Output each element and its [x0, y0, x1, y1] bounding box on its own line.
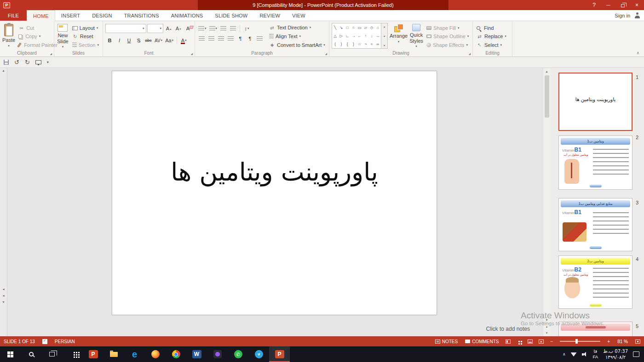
- new-slide-button[interactable]: New Slide ▾: [57, 23, 69, 49]
- copy-button[interactable]: Copy ▾: [17, 32, 59, 40]
- sign-in-link[interactable]: Sign in: [615, 13, 630, 18]
- quick-styles-button[interactable]: Quick Styles ▾: [409, 23, 423, 49]
- start-button[interactable]: [0, 346, 21, 362]
- clock[interactable]: 07:37 ب.ظ ۱۳۹۹/۰۸/۲: [603, 348, 628, 360]
- thumbnail-slide-2[interactable]: ویتامین ب1 VitaminB1 ویتامین محلول در آب: [558, 136, 632, 190]
- shape-gallery-item[interactable]: ☆: [358, 42, 362, 46]
- font-name-combo[interactable]: ▾: [105, 24, 146, 33]
- dialog-launcher-icon[interactable]: ◢: [50, 52, 52, 55]
- thumbnail-slide-1[interactable]: پاورپوینت ویتامین ها: [558, 73, 632, 131]
- zoom-out-button[interactable]: −: [547, 336, 557, 346]
- shape-effects-button[interactable]: Shape Effects ▾: [425, 41, 470, 49]
- replace-button[interactable]: ⇄ Replace ▾: [475, 32, 508, 40]
- character-spacing-button[interactable]: AV▾: [154, 36, 163, 45]
- tab-transitions[interactable]: TRANSITIONS: [118, 10, 165, 21]
- language-indicator[interactable]: فا FA: [593, 349, 598, 360]
- change-case-button[interactable]: Aa▾: [164, 36, 174, 45]
- justify-button[interactable]: [226, 34, 235, 43]
- dialog-launcher-icon[interactable]: ◢: [468, 52, 471, 55]
- select-button[interactable]: ↖ Select ▾: [475, 41, 508, 49]
- layout-button[interactable]: Layout ▾: [71, 24, 100, 32]
- shape-gallery-item[interactable]: ≈: [371, 42, 373, 46]
- align-left-button[interactable]: [197, 34, 206, 43]
- strikethrough-button[interactable]: abc: [144, 36, 153, 45]
- notes-toggle-button[interactable]: NOTES: [431, 336, 461, 346]
- line-spacing-button[interactable]: ↕▾: [242, 24, 251, 33]
- restore-button[interactable]: [615, 0, 630, 10]
- tab-insert[interactable]: INSERT: [55, 10, 86, 21]
- whatsapp-button[interactable]: ✆: [228, 346, 248, 362]
- paste-button[interactable]: Paste ▾: [2, 23, 15, 49]
- scrollbar-thumb[interactable]: [545, 75, 549, 118]
- shape-gallery-item[interactable]: ▱: [364, 26, 368, 30]
- zoom-in-button[interactable]: +: [604, 336, 614, 346]
- volume-icon[interactable]: [582, 352, 588, 357]
- thumbnail-slide-5[interactable]: [558, 322, 632, 336]
- shape-gallery-item[interactable]: △: [334, 34, 337, 38]
- normal-view-button[interactable]: [503, 336, 514, 346]
- shape-gallery-item[interactable]: ○: [352, 26, 355, 30]
- fit-to-window-button[interactable]: [632, 336, 644, 346]
- vertical-scrollbar[interactable]: ▲ ▼ ▴ ▾: [543, 68, 550, 336]
- reading-view-button[interactable]: [525, 336, 536, 346]
- shape-gallery-item[interactable]: ): [340, 42, 342, 46]
- align-center-button[interactable]: [207, 34, 216, 43]
- bullets-button[interactable]: ▾: [197, 24, 207, 33]
- shape-gallery-item[interactable]: ←: [357, 34, 362, 38]
- wifi-icon[interactable]: [571, 352, 577, 356]
- text-shadow-button[interactable]: S: [134, 36, 143, 45]
- collapse-ribbon-button[interactable]: ∧: [636, 51, 639, 55]
- task-view-button[interactable]: [41, 346, 62, 362]
- scroll-down-icon[interactable]: ▼: [0, 300, 7, 304]
- shape-fill-button[interactable]: Shape Fill ▾: [425, 24, 470, 32]
- edge-button[interactable]: e: [124, 346, 145, 362]
- thumbnail-slide-3[interactable]: منابع غذایی ویتامین ب1 VitaminB1: [558, 198, 632, 251]
- undo-button[interactable]: ↺: [14, 59, 19, 66]
- font-size-combo[interactable]: ▾: [147, 24, 163, 33]
- word-button[interactable]: W: [186, 346, 207, 362]
- shape-gallery-item[interactable]: ▷: [340, 34, 343, 38]
- help-button[interactable]: ?: [587, 0, 601, 10]
- powerpoint-pinned-button[interactable]: P: [83, 346, 104, 362]
- shape-gallery-item[interactable]: }: [353, 42, 354, 46]
- scroll-down-button[interactable]: ▼: [543, 317, 550, 323]
- telegram-button[interactable]: ➤: [248, 346, 269, 362]
- shrink-font-button[interactable]: A▾: [174, 24, 183, 33]
- zoom-slider-thumb[interactable]: [575, 339, 578, 344]
- find-button[interactable]: Find: [475, 24, 508, 32]
- convert-to-smartart-button[interactable]: ◈ Convert to SmartArt ▾: [268, 40, 327, 49]
- gallery-more-button[interactable]: ▾: [384, 44, 385, 47]
- notes-pane[interactable]: Click to add notes: [7, 322, 543, 335]
- shape-gallery-item[interactable]: ↓: [371, 34, 373, 38]
- shape-gallery-item[interactable]: ╲: [334, 26, 336, 30]
- shape-gallery-item[interactable]: ⌂: [377, 26, 379, 30]
- format-painter-button[interactable]: Format Painter: [17, 41, 59, 49]
- previous-slide-button[interactable]: ▴: [543, 323, 550, 330]
- ltr-direction-button[interactable]: ¶: [236, 34, 245, 43]
- columns-button[interactable]: [255, 34, 264, 43]
- redo-button[interactable]: ↻: [25, 59, 30, 66]
- file-explorer-button[interactable]: [104, 346, 124, 362]
- increase-indent-button[interactable]: [229, 24, 237, 33]
- shape-gallery-item[interactable]: □: [346, 26, 349, 30]
- shape-gallery-item[interactable]: ▭: [358, 26, 362, 30]
- shape-gallery-item[interactable]: ↑: [365, 34, 367, 38]
- tab-animations[interactable]: ANIMATIONS: [165, 10, 209, 21]
- apps-grid-button[interactable]: [62, 346, 83, 362]
- shape-gallery-item[interactable]: ↔: [376, 34, 380, 38]
- shape-gallery-item[interactable]: (: [334, 42, 336, 46]
- dialog-launcher-icon[interactable]: ◢: [190, 52, 193, 55]
- numbering-button[interactable]: ▾: [208, 24, 218, 33]
- tab-review[interactable]: REVIEW: [253, 10, 286, 21]
- shape-gallery-item[interactable]: {: [347, 42, 348, 46]
- zoom-slider[interactable]: [560, 341, 600, 342]
- grow-font-button[interactable]: A▴: [164, 24, 173, 33]
- italic-button[interactable]: I: [115, 36, 124, 45]
- left-pane-splitter[interactable]: ▲ ◄ ◄ ▼: [0, 68, 7, 336]
- underline-button[interactable]: U: [125, 36, 133, 45]
- font-color-button[interactable]: A▾: [179, 36, 188, 45]
- section-button[interactable]: Section ▾: [71, 41, 100, 49]
- customize-qat-button[interactable]: ▾: [47, 60, 49, 64]
- save-button[interactable]: [4, 60, 9, 65]
- clear-formatting-button[interactable]: A: [184, 24, 192, 33]
